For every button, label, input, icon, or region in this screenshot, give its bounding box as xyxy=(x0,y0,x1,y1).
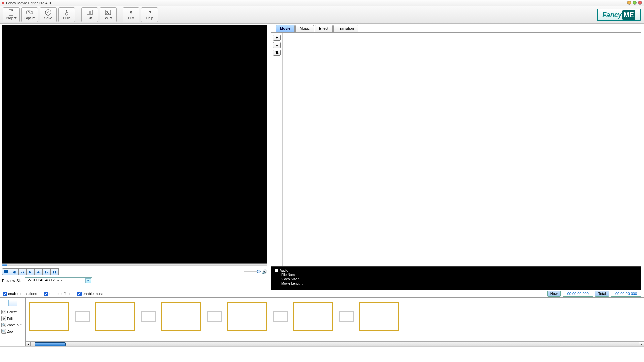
timeline-clip[interactable] xyxy=(95,302,135,331)
remove-button[interactable]: − xyxy=(273,42,281,48)
save-button[interactable]: Save xyxy=(40,7,57,22)
tab-music[interactable]: Music xyxy=(295,25,314,32)
question-icon: ? xyxy=(146,9,153,16)
toolbar: Project Capture Save Burn Gif BMPs $ Buy xyxy=(0,6,644,24)
edit-button[interactable]: ⚙Edit xyxy=(1,316,13,321)
disc-icon xyxy=(45,9,52,16)
volume-control: 🔊 xyxy=(244,269,267,274)
timeline-clip[interactable] xyxy=(359,302,399,331)
main-area: ◂▮ ◂◂ ▶ ▸▸ ▮▸ ▮▮ 🔊 Preview Size SVCD PAL… xyxy=(0,24,644,290)
playback-controls: ◂▮ ◂◂ ▶ ▸▸ ▮▸ ▮▮ 🔊 xyxy=(2,268,267,276)
svg-point-5 xyxy=(65,12,68,15)
audio-label: Audio xyxy=(280,269,288,272)
scroll-left-button[interactable]: ◂ xyxy=(26,342,31,346)
timeline: ✂Delete ⚙Edit 🔍Zoom out 🔍Zoom in ◂ ▸ xyxy=(0,297,644,346)
volume-knob[interactable] xyxy=(257,270,261,273)
timeline-clip[interactable] xyxy=(161,302,201,331)
burn-button[interactable]: Burn xyxy=(58,7,75,22)
tab-transition[interactable]: Transition xyxy=(333,25,358,32)
video-preview xyxy=(2,25,267,264)
svg-point-8 xyxy=(106,11,108,12)
window-title: Fancy Movie Editor Pro 4.0 xyxy=(6,1,51,5)
bmps-button[interactable]: BMPs xyxy=(100,7,117,22)
delete-button[interactable]: ✂Delete xyxy=(1,309,18,315)
video-size-label: Video Size : xyxy=(275,277,638,281)
total-value: 00:00:00 000 xyxy=(611,291,641,297)
titlebar: Fancy Movie Editor Pro 4.0 xyxy=(0,0,644,6)
now-label: Now xyxy=(547,291,561,297)
scissors-icon: ✂ xyxy=(1,310,6,314)
add-button[interactable]: + xyxy=(273,35,281,41)
enable-effect-checkbox[interactable]: enable effect xyxy=(44,292,70,296)
preview-scrubber[interactable] xyxy=(2,264,267,266)
forward-button[interactable]: ▸▸ xyxy=(34,268,42,275)
pause-button[interactable]: ▮▮ xyxy=(51,268,59,275)
timeline-transition[interactable] xyxy=(75,311,90,322)
timeline-transition[interactable] xyxy=(339,311,354,322)
zoom-out-icon: 🔍 xyxy=(1,323,6,327)
preview-size-row: Preview Size SVCD PAL 480 x 576 xyxy=(2,277,267,284)
rewind-button[interactable]: ◂◂ xyxy=(18,268,26,275)
scroll-right-button[interactable]: ▸ xyxy=(639,342,644,346)
svg-rect-6 xyxy=(87,10,92,15)
enable-transitions-checkbox[interactable]: enable transitions xyxy=(3,292,37,296)
close-icon[interactable] xyxy=(638,1,642,5)
library-panel: + − ⇅ xyxy=(271,32,641,266)
library-tabs: Movie Music Effect Transition xyxy=(276,25,641,32)
timeline-scrollbar[interactable]: ◂ ▸ xyxy=(26,341,644,346)
help-button[interactable]: ? Help xyxy=(141,7,158,22)
maximize-icon[interactable] xyxy=(633,1,637,5)
minimize-icon[interactable] xyxy=(627,1,631,5)
enable-music-checkbox[interactable]: enable music xyxy=(77,292,104,296)
movie-length-label: Movie Length : xyxy=(275,282,638,285)
preview-pane: ◂▮ ◂◂ ▶ ▸▸ ▮▸ ▮▮ 🔊 Preview Size SVCD PAL… xyxy=(0,24,269,290)
preview-size-label: Preview Size xyxy=(2,279,24,283)
timeline-transition[interactable] xyxy=(273,311,288,322)
camera-icon xyxy=(26,9,33,16)
timeline-thumbnail-icon xyxy=(8,300,17,306)
flame-icon xyxy=(63,9,70,16)
document-icon xyxy=(8,9,14,16)
next-frame-button[interactable]: ▮▸ xyxy=(42,268,51,275)
tab-movie[interactable]: Movie xyxy=(276,25,295,32)
timeline-clip[interactable] xyxy=(227,302,267,331)
zoom-in-icon: 🔍 xyxy=(1,329,6,334)
svg-point-4 xyxy=(47,12,49,13)
time-display: Now 00:00:00 000 Total 00:00:00 000 xyxy=(547,291,641,297)
options-row: enable transitions enable effect enable … xyxy=(0,290,644,297)
audio-checkbox[interactable] xyxy=(275,269,278,272)
zoom-in-button[interactable]: 🔍Zoom in xyxy=(1,329,20,334)
gif-button[interactable]: Gif xyxy=(81,7,98,22)
svg-rect-1 xyxy=(27,11,31,14)
library-tools: + − ⇅ xyxy=(271,33,283,266)
timeline-transition[interactable] xyxy=(141,311,156,322)
bitmap-icon xyxy=(105,9,111,16)
app-logo: FancyME xyxy=(597,9,641,21)
app-icon xyxy=(2,2,4,4)
empty-area xyxy=(0,346,644,362)
scrubber-thumb[interactable] xyxy=(2,264,7,266)
zoom-out-button[interactable]: 🔍Zoom out xyxy=(1,322,22,328)
library-content xyxy=(283,33,641,266)
library-pane: Movie Music Effect Transition + − ⇅ Audi… xyxy=(269,24,644,290)
scrollbar-thumb[interactable] xyxy=(35,342,66,346)
svg-point-2 xyxy=(28,11,30,13)
buy-button[interactable]: $ Buy xyxy=(123,7,139,22)
project-button[interactable]: Project xyxy=(3,7,20,22)
capture-button[interactable]: Capture xyxy=(21,7,38,22)
now-value: 00:00:00 000 xyxy=(563,291,593,297)
timeline-transition[interactable] xyxy=(207,311,222,322)
dollar-icon: $ xyxy=(128,9,134,16)
timeline-track[interactable]: ◂ ▸ xyxy=(26,298,644,346)
svg-rect-9 xyxy=(4,270,8,273)
volume-slider[interactable] xyxy=(244,271,261,272)
gif-icon xyxy=(86,9,93,16)
prev-frame-button[interactable]: ◂▮ xyxy=(10,268,18,275)
sort-button[interactable]: ⇅ xyxy=(273,50,281,56)
timeline-clip[interactable] xyxy=(29,302,69,331)
play-button[interactable]: ▶ xyxy=(26,268,34,275)
timeline-clip[interactable] xyxy=(293,302,333,331)
tab-effect[interactable]: Effect xyxy=(315,25,333,32)
stop-button[interactable] xyxy=(2,268,10,275)
preview-size-select[interactable]: SVCD PAL 480 x 576 xyxy=(25,277,92,284)
